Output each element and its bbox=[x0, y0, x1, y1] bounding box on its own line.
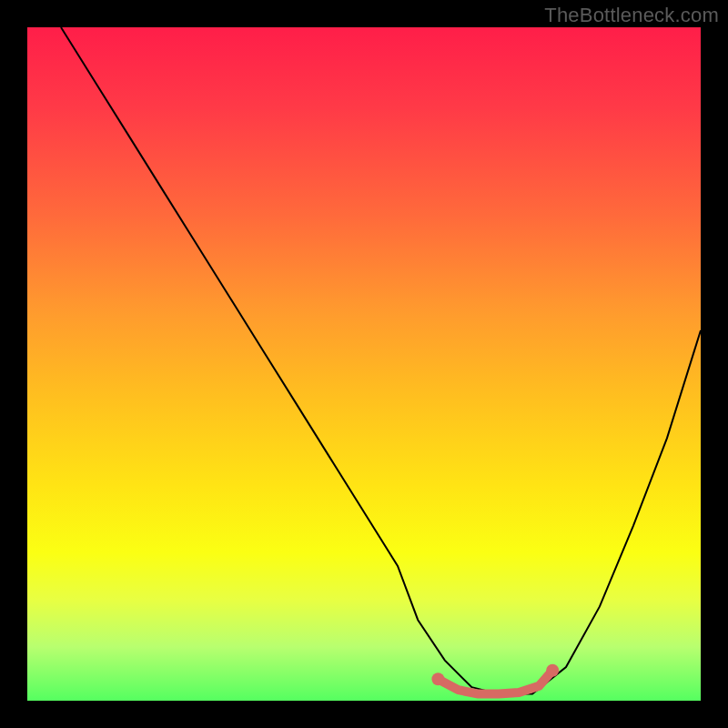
chart-frame: TheBottleneck.com bbox=[0, 0, 728, 728]
bottleneck-curve-path bbox=[61, 27, 701, 694]
highlight-end-dot bbox=[546, 664, 559, 677]
highlight-curve bbox=[431, 664, 559, 694]
plot-area bbox=[27, 27, 701, 701]
curve-svg bbox=[27, 27, 701, 701]
watermark-text: TheBottleneck.com bbox=[544, 4, 719, 27]
highlight-start-dot bbox=[431, 672, 444, 685]
highlight-segment-path bbox=[438, 671, 552, 694]
main-curve bbox=[61, 27, 701, 694]
